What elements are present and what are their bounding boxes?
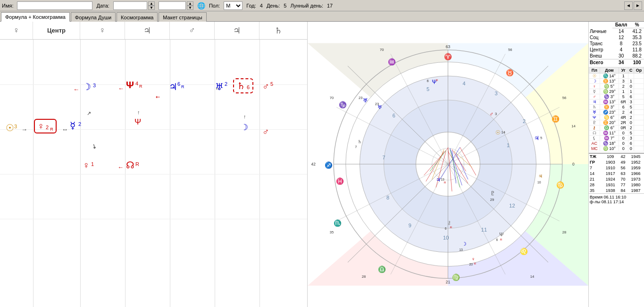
header-col5: ♃ (215, 22, 259, 39)
jupiter-R: R (181, 84, 184, 89)
planet-row-uranus: ♅ ♐ 23° 2 4 (589, 110, 644, 115)
uranus-2: 2 (225, 81, 227, 87)
svg-text:♐: ♐ (325, 161, 333, 169)
neptune-small: Ψ (134, 117, 141, 127)
svg-text:28: 28 (562, 230, 567, 234)
header-col6: ♄ (259, 22, 297, 39)
svg-text:R: R (444, 181, 446, 184)
jupiter-symbol1: ♃ (169, 81, 177, 92)
planet-row-lilith: ⚸ ♒ 7° 0 3 (589, 136, 644, 141)
age-row-gr: ГР 1903 49 1952 (589, 159, 644, 165)
nav-back-btn[interactable]: ◄ (624, 1, 633, 10)
planet-row-neptune: Ψ ♋ 6° 4R 2 (589, 115, 644, 120)
arrow-up-moon: ↑ (243, 114, 246, 119)
venus-symbol1: ♀ (83, 160, 90, 171)
svg-text:♇: ♇ (490, 190, 495, 197)
arrow-node-left: ← (117, 164, 124, 171)
age-row-7: 7 1910 56 1959 (589, 165, 644, 171)
svg-text:R: R (500, 238, 502, 241)
date-input[interactable]: 07.11.1903 (113, 1, 147, 10)
arrow-psi-left: ← (118, 85, 124, 92)
summary-row-lichnye: Личные 14 41.2 (589, 28, 644, 35)
arrow-moon-left: ← (73, 86, 79, 93)
tab-page-layout[interactable]: Макет страницы (159, 12, 206, 22)
time-row: Время 06.11 16:10 (590, 195, 643, 199)
svg-text:56: 56 (562, 96, 567, 100)
arrow-saturn-left: ← (215, 85, 221, 92)
svg-text:13: 13 (441, 178, 444, 181)
svg-text:3: 3 (495, 112, 497, 116)
svg-text:56: 56 (508, 48, 512, 52)
header-col2: ♀ (80, 22, 125, 39)
header-col3: ♃ (125, 22, 170, 39)
moon-symbol: ☽ (83, 81, 91, 92)
svg-text:63: 63 (446, 44, 451, 49)
node-symbol: ☊ (126, 159, 134, 171)
astro-chart-svg: 63 0 21 42 56 28 35 70 14 56 70 14 28 1 … (308, 22, 588, 307)
nav-forward-btn[interactable]: ► (634, 1, 642, 10)
mars-symbol1: ♂ (262, 81, 269, 92)
jupiter-6: 6 (177, 81, 180, 87)
planet-row-mars: ♂ ♑ 3° 5 6 (589, 94, 644, 100)
svg-text:14: 14 (530, 274, 535, 279)
mercury-symbol: ☿ (70, 120, 75, 131)
time-down-btn[interactable]: ▼ (187, 6, 193, 10)
tab-cosmogram[interactable]: Космограмма (117, 12, 158, 22)
venus-1: 1 (91, 161, 94, 167)
name-input[interactable] (17, 1, 92, 10)
planet-row-venus1: ♀ ♍ 5° 2 0 (589, 84, 644, 89)
svg-text:3: 3 (494, 91, 497, 96)
svg-text:6: 6 (427, 79, 428, 83)
time-value: 06.11 16:10 (604, 195, 627, 199)
svg-text:♀: ♀ (471, 256, 475, 262)
planet-row-mercury: ☿ ♍ 29° 1 1 (589, 89, 644, 94)
neptune-4: 4 (135, 81, 138, 86)
fls-row: ф-лы 08.11 17:14 (590, 199, 643, 204)
svg-text:5: 5 (427, 86, 429, 92)
svg-text:10: 10 (443, 235, 449, 241)
age-row-21: 21 1924 70 1973 (589, 176, 644, 182)
svg-text:4: 4 (462, 81, 465, 86)
node-R: R (135, 161, 139, 167)
tab-formula-soul[interactable]: Формула Души (71, 12, 116, 22)
year-label: Год: (246, 3, 256, 8)
planet-row-pluto: ♇ ♊ 20° 2R 0 (589, 120, 644, 125)
tabs-bar: Формула + Космограмма Формула Души Космо… (0, 11, 644, 22)
svg-text:R: R (450, 226, 452, 229)
svg-text:☉: ☉ (495, 129, 501, 136)
svg-text:12: 12 (509, 203, 515, 208)
svg-text:14: 14 (502, 130, 506, 134)
top-bar: Имя: Дата: 07.11.1903 ▲ ▼ 13:42:53 ▲ ▼ 🌐… (0, 0, 644, 11)
svg-text:Ψ: Ψ (499, 232, 503, 237)
svg-text:42: 42 (311, 162, 316, 166)
venus-box: ♀ 2 R (34, 119, 57, 133)
svg-text:♑: ♑ (339, 101, 347, 109)
svg-text:13: 13 (459, 248, 463, 251)
globe-icon[interactable]: 🌐 (197, 2, 205, 9)
moon-small: ☽ (241, 122, 248, 133)
lunar-value: 17 (327, 3, 333, 8)
time-up-btn[interactable]: ▲ (187, 1, 193, 6)
ph-ug: Уг (619, 67, 628, 74)
tab-formula-cosmo[interactable]: Формула + Космограмма (1, 12, 70, 22)
chart-area: 63 0 21 42 56 28 35 70 14 56 70 14 28 1 … (308, 22, 588, 307)
date-up-btn[interactable]: ▲ (148, 1, 155, 6)
svg-text:♃: ♃ (538, 174, 543, 179)
venus-symbol-box: ♀ (37, 121, 44, 131)
svg-text:♏: ♏ (334, 219, 342, 227)
formula-header-row: ♀ Центр ♀ ♃ ♂ ♃ ♄ (0, 22, 307, 40)
header-col4: ♂ (170, 22, 215, 39)
date-down-btn[interactable]: ▼ (148, 6, 155, 10)
svg-text:♎: ♎ (378, 266, 386, 274)
neptune-R: R (139, 84, 142, 89)
svg-text:⚷: ⚷ (447, 220, 451, 225)
mars-lower: ♂ (262, 127, 269, 137)
arrow-sun-right: → (21, 126, 27, 133)
formula-grid-body: ☽ 3 ← Ψ 4 R ← ♃ 6 R ↙ ♅ 2 (0, 40, 307, 307)
saturn-dashed-box: ♄ 6 (233, 78, 253, 93)
gender-select[interactable]: МЖ (224, 1, 243, 10)
time-input[interactable]: 13:42:53 (159, 1, 186, 10)
date-label: Дата: (96, 3, 109, 8)
svg-text:29: 29 (490, 198, 494, 202)
svg-text:20: 20 (469, 263, 473, 266)
